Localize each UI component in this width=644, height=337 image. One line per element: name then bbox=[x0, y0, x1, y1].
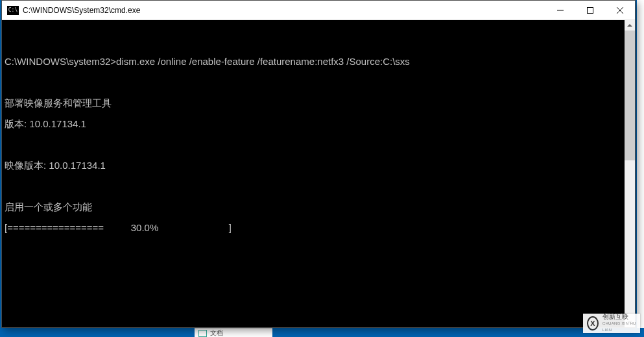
prompt-line: C:\WINDOWS\system32>dism.exe /online /en… bbox=[2, 56, 625, 67]
scroll-thumb[interactable] bbox=[625, 31, 635, 160]
minimize-icon bbox=[557, 7, 564, 14]
background-item-label: 文档 bbox=[210, 329, 223, 338]
blank-line bbox=[2, 181, 625, 192]
watermark-logo-icon: X bbox=[587, 316, 599, 331]
vertical-scrollbar[interactable] bbox=[625, 20, 635, 327]
minimize-button[interactable] bbox=[545, 1, 575, 20]
command-text: dism.exe /online /enable-feature /featur… bbox=[116, 56, 410, 67]
output-line: 版本: 10.0.17134.1 bbox=[2, 119, 625, 129]
watermark-line2: CHUANG XIN HU LIAN bbox=[602, 320, 636, 333]
close-icon bbox=[617, 7, 623, 14]
cmd-icon: C:\ bbox=[7, 6, 19, 15]
chevron-up-icon bbox=[627, 24, 632, 27]
background-explorer-peek: 文档 bbox=[195, 328, 272, 337]
blank-line bbox=[2, 77, 625, 88]
window-title: C:\WINDOWS\System32\cmd.exe bbox=[23, 6, 140, 15]
scroll-up-button[interactable] bbox=[625, 20, 635, 31]
maximize-button[interactable] bbox=[575, 1, 605, 20]
progress-line: [================= 30.0% ] bbox=[2, 223, 625, 233]
output-line: 启用一个或多个功能 bbox=[2, 202, 625, 212]
maximize-icon bbox=[587, 7, 593, 14]
blank-line bbox=[2, 36, 625, 46]
output-line: 部署映像服务和管理工具 bbox=[2, 98, 625, 108]
prompt: C:\WINDOWS\system32> bbox=[5, 56, 116, 67]
output-line: 映像版本: 10.0.17134.1 bbox=[2, 160, 625, 171]
background-panel-right bbox=[637, 0, 644, 328]
title-bar[interactable]: C:\ C:\WINDOWS\System32\cmd.exe bbox=[2, 1, 635, 20]
watermark-text: 创新互联 CHUANG XIN HU LIAN bbox=[602, 314, 636, 333]
watermark-line1: 创新互联 bbox=[602, 313, 628, 320]
cmd-window: C:\ C:\WINDOWS\System32\cmd.exe C:\WINDO… bbox=[1, 0, 636, 328]
scroll-track[interactable] bbox=[625, 31, 635, 317]
blank-line bbox=[2, 140, 625, 150]
watermark: X 创新互联 CHUANG XIN HU LIAN bbox=[583, 314, 640, 333]
terminal-output[interactable]: C:\WINDOWS\system32>dism.exe /online /en… bbox=[2, 20, 625, 327]
close-button[interactable] bbox=[605, 1, 635, 20]
svg-rect-1 bbox=[588, 7, 593, 13]
